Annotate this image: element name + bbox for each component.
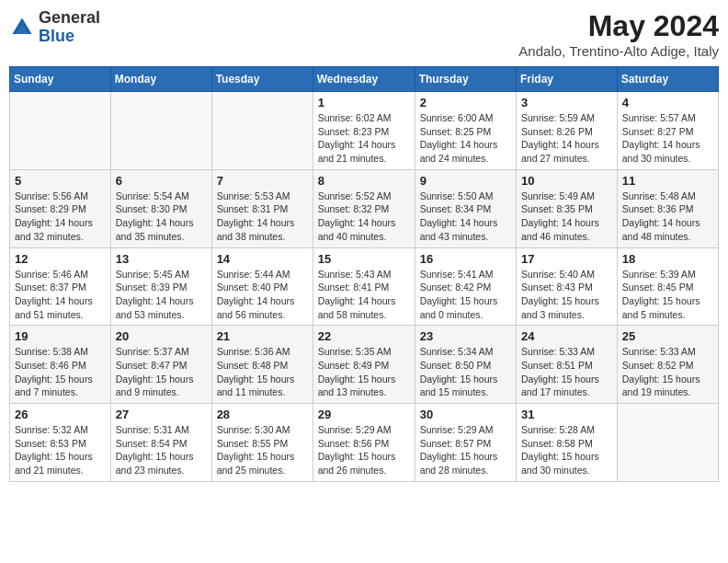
- day-detail: Sunrise: 5:33 AMSunset: 8:52 PMDaylight:…: [622, 345, 713, 399]
- day-number: 11: [622, 174, 713, 188]
- day-number: 14: [217, 252, 308, 266]
- day-detail: Sunrise: 5:30 AMSunset: 8:55 PMDaylight:…: [217, 423, 308, 477]
- day-detail: Sunrise: 5:46 AMSunset: 8:37 PMDaylight:…: [15, 268, 106, 322]
- day-number: 30: [420, 408, 511, 421]
- weekday-header-thursday: Thursday: [415, 67, 516, 92]
- day-number: 4: [622, 96, 713, 109]
- weekday-header-row: SundayMondayTuesdayWednesdayThursdayFrid…: [10, 67, 719, 92]
- calendar-cell: 30Sunrise: 5:29 AMSunset: 8:57 PMDayligh…: [415, 404, 516, 482]
- day-detail: Sunrise: 6:00 AMSunset: 8:25 PMDaylight:…: [420, 111, 511, 166]
- logo: General Blue: [9, 9, 100, 46]
- calendar-cell: 17Sunrise: 5:40 AMSunset: 8:43 PMDayligh…: [517, 247, 618, 326]
- weekday-header-wednesday: Wednesday: [313, 67, 415, 92]
- day-number: 17: [521, 252, 612, 266]
- day-number: 27: [116, 408, 207, 421]
- day-detail: Sunrise: 5:53 AMSunset: 8:31 PMDaylight:…: [217, 190, 308, 244]
- calendar-cell: 27Sunrise: 5:31 AMSunset: 8:54 PMDayligh…: [110, 404, 211, 482]
- week-row-5: 26Sunrise: 5:32 AMSunset: 8:53 PMDayligh…: [10, 404, 719, 482]
- location-subtitle: Andalo, Trentino-Alto Adige, Italy: [518, 43, 719, 59]
- weekday-header-sunday: Sunday: [10, 67, 111, 92]
- title-area: May 2024 Andalo, Trentino-Alto Adige, It…: [518, 9, 719, 59]
- logo-icon: [9, 15, 35, 40]
- calendar-cell: 5Sunrise: 5:56 AMSunset: 8:29 PMDaylight…: [10, 169, 111, 247]
- week-row-2: 5Sunrise: 5:56 AMSunset: 8:29 PMDaylight…: [10, 169, 719, 247]
- day-detail: Sunrise: 5:37 AMSunset: 8:47 PMDaylight:…: [116, 345, 207, 399]
- day-detail: Sunrise: 5:40 AMSunset: 8:43 PMDaylight:…: [521, 268, 612, 322]
- day-detail: Sunrise: 5:33 AMSunset: 8:51 PMDaylight:…: [521, 345, 612, 399]
- day-detail: Sunrise: 5:28 AMSunset: 8:58 PMDaylight:…: [521, 423, 612, 477]
- week-row-1: 1Sunrise: 6:02 AMSunset: 8:23 PMDaylight…: [10, 92, 719, 170]
- header: General Blue May 2024 Andalo, Trentino-A…: [9, 9, 719, 59]
- calendar-cell: 25Sunrise: 5:33 AMSunset: 8:52 PMDayligh…: [617, 326, 718, 404]
- day-number: 2: [420, 96, 511, 109]
- day-detail: Sunrise: 5:44 AMSunset: 8:40 PMDaylight:…: [217, 268, 308, 322]
- day-number: 9: [420, 174, 511, 188]
- day-number: 18: [622, 252, 713, 266]
- week-row-3: 12Sunrise: 5:46 AMSunset: 8:37 PMDayligh…: [10, 247, 719, 326]
- calendar-cell: [617, 404, 718, 482]
- calendar-cell: 11Sunrise: 5:48 AMSunset: 8:36 PMDayligh…: [617, 169, 718, 247]
- calendar-cell: 4Sunrise: 5:57 AMSunset: 8:27 PMDaylight…: [617, 92, 718, 170]
- calendar-cell: 23Sunrise: 5:34 AMSunset: 8:50 PMDayligh…: [415, 326, 516, 404]
- calendar-cell: [211, 92, 313, 170]
- day-number: 12: [15, 252, 106, 266]
- calendar-cell: 14Sunrise: 5:44 AMSunset: 8:40 PMDayligh…: [211, 247, 313, 326]
- day-number: 21: [217, 329, 308, 343]
- day-number: 22: [318, 329, 410, 343]
- calendar-cell: 6Sunrise: 5:54 AMSunset: 8:30 PMDaylight…: [110, 169, 211, 247]
- calendar-cell: 8Sunrise: 5:52 AMSunset: 8:32 PMDaylight…: [313, 169, 415, 247]
- calendar-cell: 3Sunrise: 5:59 AMSunset: 8:26 PMDaylight…: [517, 92, 618, 170]
- day-number: 7: [217, 174, 308, 188]
- calendar-cell: 18Sunrise: 5:39 AMSunset: 8:45 PMDayligh…: [617, 247, 718, 326]
- calendar-cell: 21Sunrise: 5:36 AMSunset: 8:48 PMDayligh…: [211, 326, 313, 404]
- day-detail: Sunrise: 5:36 AMSunset: 8:48 PMDaylight:…: [217, 345, 308, 399]
- calendar-cell: 19Sunrise: 5:38 AMSunset: 8:46 PMDayligh…: [10, 326, 111, 404]
- day-number: 8: [318, 174, 410, 188]
- calendar-cell: 16Sunrise: 5:41 AMSunset: 8:42 PMDayligh…: [415, 247, 516, 326]
- day-detail: Sunrise: 5:31 AMSunset: 8:54 PMDaylight:…: [116, 423, 207, 477]
- day-number: 25: [622, 329, 713, 343]
- day-number: 10: [521, 174, 612, 188]
- day-number: 15: [318, 252, 410, 266]
- day-detail: Sunrise: 5:54 AMSunset: 8:30 PMDaylight:…: [116, 190, 207, 244]
- week-row-4: 19Sunrise: 5:38 AMSunset: 8:46 PMDayligh…: [10, 326, 719, 404]
- calendar-cell: 2Sunrise: 6:00 AMSunset: 8:25 PMDaylight…: [415, 92, 516, 170]
- day-detail: Sunrise: 5:35 AMSunset: 8:49 PMDaylight:…: [318, 345, 410, 399]
- day-detail: Sunrise: 6:02 AMSunset: 8:23 PMDaylight:…: [318, 111, 410, 166]
- day-number: 13: [116, 252, 207, 266]
- calendar-cell: 9Sunrise: 5:50 AMSunset: 8:34 PMDaylight…: [415, 169, 516, 247]
- day-detail: Sunrise: 5:45 AMSunset: 8:39 PMDaylight:…: [116, 268, 207, 322]
- day-number: 6: [116, 174, 207, 188]
- day-number: 20: [116, 329, 207, 343]
- day-number: 1: [318, 96, 410, 109]
- calendar-cell: 10Sunrise: 5:49 AMSunset: 8:35 PMDayligh…: [517, 169, 618, 247]
- day-detail: Sunrise: 5:49 AMSunset: 8:35 PMDaylight:…: [521, 190, 612, 244]
- calendar-cell: [110, 92, 211, 170]
- day-detail: Sunrise: 5:38 AMSunset: 8:46 PMDaylight:…: [15, 345, 106, 399]
- day-detail: Sunrise: 5:32 AMSunset: 8:53 PMDaylight:…: [15, 423, 106, 477]
- calendar-cell: 22Sunrise: 5:35 AMSunset: 8:49 PMDayligh…: [313, 326, 415, 404]
- day-number: 24: [521, 329, 612, 343]
- logo-blue-text: Blue: [39, 27, 74, 45]
- day-number: 5: [15, 174, 106, 188]
- day-number: 19: [15, 329, 106, 343]
- weekday-header-monday: Monday: [110, 67, 211, 92]
- day-detail: Sunrise: 5:39 AMSunset: 8:45 PMDaylight:…: [622, 268, 713, 322]
- logo-text: General Blue: [39, 9, 100, 46]
- weekday-header-tuesday: Tuesday: [211, 67, 313, 92]
- calendar-cell: 31Sunrise: 5:28 AMSunset: 8:58 PMDayligh…: [517, 404, 618, 482]
- day-detail: Sunrise: 5:57 AMSunset: 8:27 PMDaylight:…: [622, 111, 713, 166]
- weekday-header-friday: Friday: [517, 67, 618, 92]
- calendar-cell: 24Sunrise: 5:33 AMSunset: 8:51 PMDayligh…: [517, 326, 618, 404]
- day-detail: Sunrise: 5:52 AMSunset: 8:32 PMDaylight:…: [318, 190, 410, 244]
- calendar-cell: 20Sunrise: 5:37 AMSunset: 8:47 PMDayligh…: [110, 326, 211, 404]
- day-detail: Sunrise: 5:56 AMSunset: 8:29 PMDaylight:…: [15, 190, 106, 244]
- day-detail: Sunrise: 5:48 AMSunset: 8:36 PMDaylight:…: [622, 190, 713, 244]
- day-number: 3: [521, 96, 612, 109]
- day-number: 23: [420, 329, 511, 343]
- calendar-table: SundayMondayTuesdayWednesdayThursdayFrid…: [9, 66, 719, 482]
- day-detail: Sunrise: 5:29 AMSunset: 8:57 PMDaylight:…: [420, 423, 511, 477]
- day-number: 31: [521, 408, 612, 421]
- day-number: 16: [420, 252, 511, 266]
- calendar-cell: 26Sunrise: 5:32 AMSunset: 8:53 PMDayligh…: [10, 404, 111, 482]
